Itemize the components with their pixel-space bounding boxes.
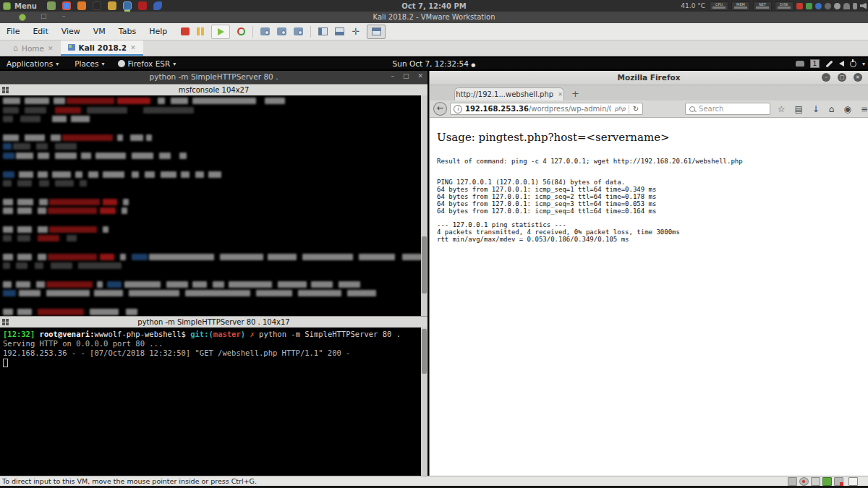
manage-snapshots-button[interactable]: [294, 27, 303, 35]
clipboard-grip-icon[interactable]: [848, 477, 858, 486]
menu-tabs[interactable]: Tabs: [112, 27, 142, 36]
revert-snapshot-button[interactable]: [277, 27, 286, 35]
terminal-close-icon[interactable]: ✕: [417, 72, 423, 80]
net-monitor[interactable]: NET: [753, 1, 772, 11]
suspend-button[interactable]: [197, 27, 204, 35]
python-pane[interactable]: [12:32] root@venari:wwwolf-php-webshell$…: [0, 328, 427, 476]
divider: [629, 105, 629, 114]
firefox-maximize-icon[interactable]: □: [838, 73, 846, 82]
browser-tab[interactable]: http://192.1...webshell.php ✕: [454, 87, 564, 100]
terminal-prompt-line: [12:32] root@venari:wwwolf-php-webshell$…: [3, 330, 417, 339]
wifi-icon[interactable]: [843, 3, 850, 9]
reset-button[interactable]: [237, 27, 245, 35]
cpu-monitor[interactable]: CPU: [710, 1, 728, 11]
msf-scrollbar[interactable]: [421, 95, 427, 316]
terminal-maximize-icon[interactable]: □: [403, 72, 409, 80]
menu-edit[interactable]: Edit: [26, 27, 54, 36]
kali-clock[interactable]: Sun Oct 7, 12:32:54 ●: [0, 59, 868, 68]
chevron-down-icon[interactable]: ▾: [862, 61, 865, 67]
kali-panel: Applications▾ Places▾ Firefox ESR▾ Sun O…: [0, 58, 868, 69]
browser-tab-label: http://192.1...webshell.php: [456, 90, 553, 98]
tab-home[interactable]: ⌂ Home ✕: [6, 40, 61, 56]
firefox-close-icon[interactable]: ✕: [854, 73, 862, 82]
tab-close-icon[interactable]: ✕: [558, 91, 563, 98]
site-info-icon[interactable]: i: [454, 105, 462, 114]
power-on-button[interactable]: [211, 25, 230, 39]
fan-icon[interactable]: [825, 3, 831, 9]
menu-file[interactable]: File: [0, 27, 26, 36]
hard-disk-icon[interactable]: [788, 477, 797, 486]
power-menu-icon[interactable]: [850, 61, 856, 67]
firefox-titlebar[interactable]: Mozilla Firefox – □ ✕: [430, 71, 868, 85]
vm-display[interactable]: Applications▾ Places▾ Firefox ESR▾ Sun O…: [0, 56, 868, 476]
cd-rom-icon[interactable]: [799, 477, 809, 486]
users-icon[interactable]: [796, 61, 804, 67]
menu-view[interactable]: View: [55, 27, 87, 36]
bluetooth-icon[interactable]: [815, 3, 822, 9]
page-output-line: [437, 166, 868, 173]
fullscreen-button[interactable]: ✛: [352, 27, 359, 36]
terminal-titlebar[interactable]: python -m SimpleHTTPServer 80 . – □ ✕: [0, 71, 427, 84]
screenshot-pencil-icon[interactable]: [826, 60, 833, 67]
python-pane-header[interactable]: python -m SimpleHTTPServer 80 . 104x17: [0, 316, 427, 328]
sync-icon[interactable]: [806, 3, 812, 9]
vm-screen-icon: [68, 44, 75, 51]
search-placeholder: Search: [699, 105, 723, 113]
firefox-window[interactable]: Mozilla Firefox – □ ✕ http://192.1...web…: [429, 71, 868, 476]
mem-monitor[interactable]: MEM: [731, 1, 750, 11]
reload-icon[interactable]: ↻: [633, 105, 639, 113]
bookmark-star-icon[interactable]: ☆: [778, 104, 786, 114]
battery-icon[interactable]: [853, 3, 857, 9]
notification-dot: ●: [471, 62, 475, 68]
tab-close-icon[interactable]: ✕: [130, 44, 136, 51]
python-pane-title: python -m SimpleHTTPServer 80 . 104x17: [137, 318, 289, 326]
page-output-line: rtt min/avg/max/mdev = 0.053/0.186/0.349…: [437, 236, 868, 244]
unity-mode-button[interactable]: [367, 25, 386, 39]
tab-close-icon[interactable]: ✕: [48, 45, 54, 52]
terminal-minimize-icon[interactable]: –: [391, 72, 394, 80]
hamburger-menu-icon[interactable]: ≡: [861, 104, 868, 114]
scrollbar-thumb[interactable]: [422, 236, 427, 294]
url-bar[interactable]: i 192.168.253.36 /wordpress/wp-admin/050…: [450, 103, 643, 115]
redacted-content: [3, 98, 419, 316]
search-icon: [689, 106, 695, 112]
terminal-window-title: python -m SimpleHTTPServer 80 .: [0, 72, 427, 81]
tab-kali-label: Kali 2018.2: [79, 43, 127, 52]
bookmarks-menu-icon[interactable]: ▤: [794, 104, 802, 114]
show-library-button[interactable]: [318, 27, 328, 35]
downloads-icon[interactable]: ↓: [812, 104, 820, 114]
pocket-icon[interactable]: ◉: [843, 104, 851, 114]
menu-vm[interactable]: VM: [87, 27, 112, 36]
new-tab-button[interactable]: +: [571, 88, 579, 99]
power-off-button[interactable]: [181, 27, 190, 35]
search-box[interactable]: Search: [685, 103, 770, 115]
menu-help[interactable]: Help: [142, 27, 174, 36]
location-icon[interactable]: [834, 3, 841, 9]
usb-device-icon[interactable]: [834, 477, 843, 486]
temperature-readout: 41.0 °C: [681, 2, 705, 9]
kali-volume-icon[interactable]: [839, 61, 844, 67]
disk-monitor[interactable]: DISK: [775, 1, 793, 11]
split-grid-icon[interactable]: [2, 87, 9, 93]
display-icon[interactable]: [822, 477, 832, 486]
split-grid-icon[interactable]: [2, 319, 9, 325]
terminal-window[interactable]: python -m SimpleHTTPServer 80 . – □ ✕ ms…: [0, 71, 427, 476]
console-view-icon: [372, 27, 381, 35]
network-adapter-icon[interactable]: [811, 477, 820, 486]
show-thumbnail-bar-button[interactable]: [335, 27, 344, 35]
msfconsole-pane-header[interactable]: msfconsole 104x27: [0, 84, 427, 95]
take-snapshot-button[interactable]: [260, 27, 270, 35]
page-content[interactable]: Usage: pingtest.php?host=<servername> Re…: [430, 118, 868, 476]
firefox-minimize-icon[interactable]: –: [822, 73, 830, 82]
vmware-statusbar: To direct input to this VM, move the mou…: [0, 476, 868, 486]
scrollbar-thumb[interactable]: [422, 329, 427, 374]
home-button-icon[interactable]: ⌂: [829, 104, 835, 114]
workspace-indicator[interactable]: 1: [810, 59, 820, 68]
msfconsole-pane[interactable]: [0, 95, 427, 316]
volume-icon[interactable]: [860, 3, 867, 9]
python-scrollbar[interactable]: [421, 328, 427, 476]
back-button[interactable]: ←: [433, 102, 447, 116]
tab-kali[interactable]: Kali 2018.2 ✕: [61, 40, 143, 56]
home-icon: ⌂: [13, 45, 18, 52]
shield-icon[interactable]: [796, 3, 803, 9]
